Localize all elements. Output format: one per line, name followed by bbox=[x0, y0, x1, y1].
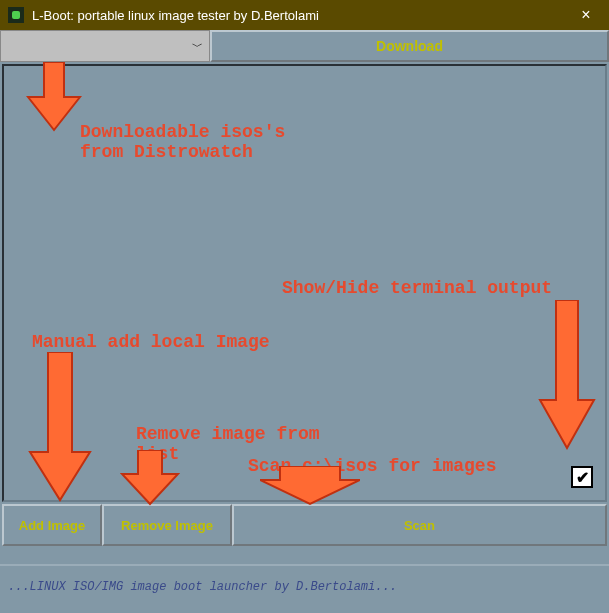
add-image-label: Add Image bbox=[19, 518, 85, 533]
app-icon bbox=[8, 7, 24, 23]
remove-image-label: Remove Image bbox=[121, 518, 213, 533]
add-image-button[interactable]: Add Image bbox=[2, 504, 102, 546]
chevron-down-icon: ﹀ bbox=[192, 39, 203, 54]
scan-label: Scan bbox=[404, 518, 435, 533]
titlebar: L-Boot: portable linux image tester by D… bbox=[0, 0, 609, 30]
remove-image-button[interactable]: Remove Image bbox=[102, 504, 232, 546]
status-bar: ...LINUX ISO/IMG image boot launcher by … bbox=[0, 564, 609, 604]
top-row: ﹀ Download bbox=[0, 30, 609, 62]
window-title: L-Boot: portable linux image tester by D… bbox=[32, 8, 571, 23]
main-area: ✔ bbox=[2, 64, 607, 502]
scan-button[interactable]: Scan bbox=[232, 504, 607, 546]
download-button[interactable]: Download bbox=[210, 30, 609, 62]
bottom-row: Add Image Remove Image Scan bbox=[2, 504, 607, 546]
download-label: Download bbox=[376, 38, 443, 54]
close-button[interactable]: × bbox=[571, 6, 601, 24]
terminal-output-checkbox[interactable]: ✔ bbox=[571, 466, 593, 488]
check-icon: ✔ bbox=[576, 468, 589, 487]
iso-dropdown[interactable]: ﹀ bbox=[0, 30, 210, 62]
status-text: ...LINUX ISO/IMG image boot launcher by … bbox=[8, 580, 397, 594]
